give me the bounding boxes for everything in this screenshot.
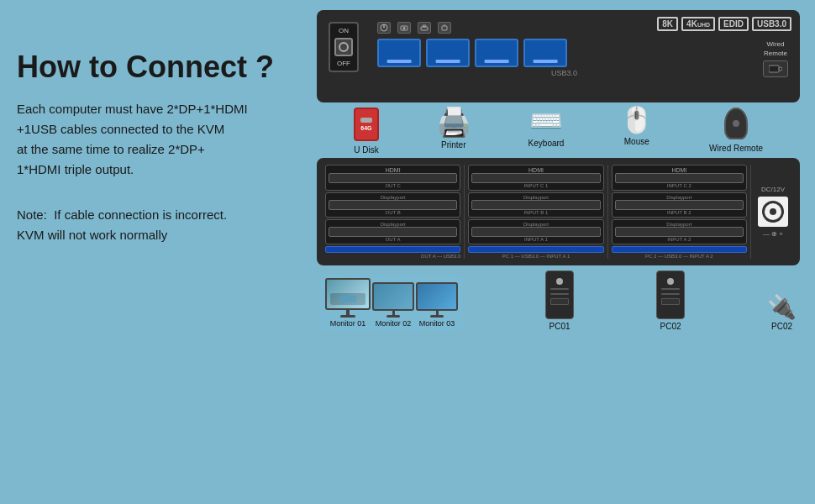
badge-edid: EDID — [718, 17, 749, 31]
wired-remote-section: WiredRemote — [763, 40, 788, 77]
usb-input-a2 — [612, 246, 747, 253]
pc02-slot-2 — [661, 293, 680, 295]
dc-section: DC/12V — ⊕ + — [755, 165, 791, 259]
usb-port-3 — [475, 39, 518, 67]
usb-ports-container: USB3.0 WiredRemote — [377, 39, 788, 77]
dc-label: DC/12V — [761, 186, 785, 193]
dp-out-b-port: Displayport OUT B — [325, 192, 460, 218]
monitor-02-base — [386, 315, 400, 318]
svg-rect-8 — [769, 66, 779, 72]
pc2-label: PC 2 — USB3.0 — INPUT A 2 — [612, 254, 747, 259]
switch-toggle[interactable] — [334, 38, 353, 56]
udisk-label: U Disk — [354, 145, 378, 155]
pc01-tower — [545, 270, 574, 319]
monitor-03: Monitor 03 — [416, 282, 458, 328]
indicator-3 — [418, 22, 431, 34]
svg-rect-6 — [442, 26, 447, 30]
adapter-icon: 🔌 — [767, 296, 797, 319]
pc02-button — [667, 278, 674, 285]
svg-point-9 — [779, 67, 782, 71]
pc01-button — [556, 278, 563, 285]
monitor-03-base — [430, 315, 444, 318]
usb30-label: USB3.0 — [377, 69, 751, 77]
pc02-tower — [656, 270, 685, 319]
pc01-slot-1 — [550, 288, 569, 290]
dp-out-a-port: Displayport OUT A — [325, 219, 460, 244]
pc01-label: PC01 — [549, 322, 570, 331]
bottom-devices-row: Monitor 01 Monitor 02 Monitor 03 — [317, 270, 800, 331]
off-label: OFF — [337, 60, 350, 67]
adapter-item: 🔌 PC02 — [767, 296, 797, 331]
pc01-item: PC01 — [545, 270, 574, 331]
pc02-slot-1 — [661, 288, 680, 290]
indicator-4 — [438, 22, 451, 34]
pc2-input-column: HDMI INPUT C 2 Displayport INPUT B 2 Dis… — [612, 165, 747, 259]
monitor-02: Monitor 02 — [372, 282, 414, 328]
usb-ports-row — [377, 39, 751, 67]
right-panel: 8K 4KUHD EDID USB3.0 ON OFF — [317, 10, 800, 331]
printer-icon: 🖨️ — [436, 108, 471, 136]
wired-remote-port — [763, 60, 788, 77]
wired-remote-icon — [724, 108, 748, 139]
usb-port-1 — [377, 39, 421, 67]
pc02-label: PC02 — [660, 322, 681, 331]
col-separator-2 — [607, 165, 608, 259]
keyboard-icon: ⌨️ — [529, 108, 563, 134]
usb-input-a1 — [468, 246, 603, 253]
hdmi-input-c1-port: HDMI INPUT C 1 — [468, 165, 603, 191]
wired-remote-icon-label: Wired Remote — [709, 144, 763, 153]
udisk-icon: 64G — [354, 108, 379, 141]
mouse-label: Mouse — [624, 137, 649, 146]
mouse-icon-item: 🖱️ Mouse — [621, 108, 652, 155]
page-title: How to Connect ? — [17, 50, 302, 84]
pc01-slot-2 — [550, 293, 569, 295]
dc-port — [758, 197, 788, 227]
badge-8k: 8K — [657, 17, 678, 31]
dc-inner-circle — [770, 208, 776, 215]
monitor-01: Monitor 01 — [325, 278, 371, 328]
keyboard-label: Keyboard — [528, 139, 565, 148]
switch-circle — [339, 42, 349, 52]
indicator-1 — [377, 22, 391, 34]
monitor-01-screen — [325, 278, 371, 310]
mouse-icon: 🖱️ — [621, 108, 652, 133]
pc02-item: PC02 — [656, 270, 685, 331]
dp-input-b1-port: Displayport INPUT B 1 — [468, 192, 603, 218]
dp-input-b2-port: Displayport INPUT B 2 — [612, 192, 747, 218]
kvm-top-device: 8K 4KUHD EDID USB3.0 ON OFF — [317, 10, 800, 102]
printer-icon-item: 🖨️ Printer — [436, 108, 471, 155]
out-a-usb-row — [325, 246, 460, 253]
monitor-03-screen — [416, 282, 458, 311]
wired-remote-icon-item: Wired Remote — [709, 108, 763, 155]
col-separator-3 — [750, 165, 751, 259]
pc02-drive — [661, 298, 680, 305]
udisk-text: 64G — [360, 125, 371, 131]
pc1-label: PC 1 — USB3.0 — INPUT A 1 — [468, 254, 603, 259]
monitors-container: Monitor 01 Monitor 02 Monitor 03 — [320, 275, 463, 331]
description-text: Each computer must have 2*DP+1*HDMI+1USB… — [17, 99, 302, 180]
monitor-03-label: Monitor 03 — [419, 319, 455, 328]
col-separator-1 — [464, 165, 465, 259]
dc-plus-minus: — ⊕ + — [763, 230, 783, 238]
peripheral-icons-row: 64G U Disk 🖨️ Printer ⌨️ Keyboard 🖱️ Mou… — [317, 108, 800, 155]
note-text: Note: If cable connection is incorrect.K… — [17, 205, 302, 245]
power-switch[interactable]: ON OFF — [329, 22, 359, 72]
svg-point-3 — [403, 27, 406, 29]
pc1-input-column: HDMI INPUT C 1 Displayport INPUT B 1 Dis… — [468, 165, 603, 259]
keyboard-icon-item: ⌨️ Keyboard — [528, 108, 565, 155]
badge-usb30: USB3.0 — [752, 17, 791, 31]
wired-remote-badge-label: WiredRemote — [764, 40, 787, 58]
udisk-connector — [360, 118, 372, 123]
adapter-label: PC02 — [771, 322, 792, 331]
pc01-drive — [550, 298, 569, 305]
monitor-01-label: Monitor 01 — [330, 319, 366, 328]
kvm-bottom-ports: HDMI OUT C Displayport OUT B Displayport — [325, 165, 791, 259]
badges-row: 8K 4KUHD EDID USB3.0 — [657, 17, 791, 31]
dp-input-a1-port: Displayport INPUT A 1 — [468, 219, 603, 244]
printer-label: Printer — [441, 140, 465, 150]
udisk-icon-item: 64G U Disk — [354, 108, 379, 155]
monitors-group: Monitor 01 Monitor 02 Monitor 03 — [320, 275, 463, 331]
on-label: ON — [339, 27, 349, 34]
monitor-02-screen — [372, 282, 414, 311]
badge-4k: 4KUHD — [681, 17, 715, 31]
